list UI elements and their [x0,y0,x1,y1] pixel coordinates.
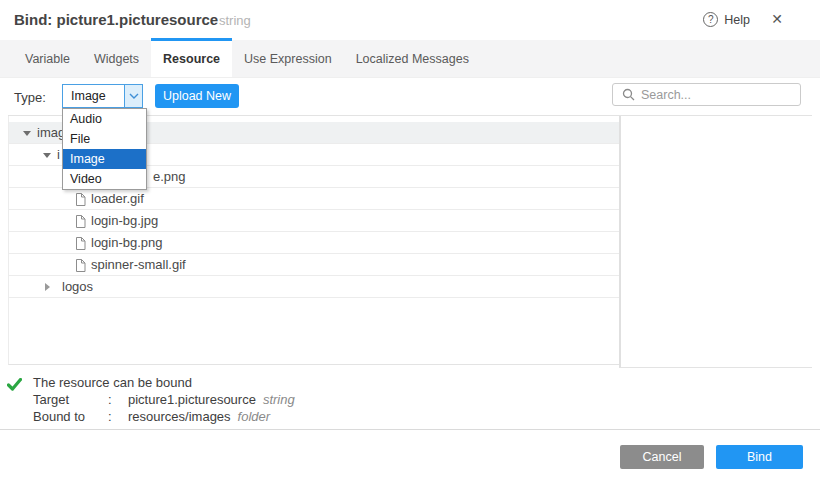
status-message: The resource can be bound [33,375,192,390]
file-icon [75,259,86,272]
tree-item-label: logos [62,276,93,297]
status-row-label: Bound to [33,409,108,424]
status-row-value: picture1.picturesource [128,392,256,407]
search-box[interactable] [612,83,801,106]
tree-item-label: login-bg.jpg [91,210,158,231]
tab-bar: VariableWidgetsResourceUse ExpressionLoc… [0,40,820,78]
tree-row-login-bg-jpg[interactable]: login-bg.jpg [9,210,619,232]
bind-button[interactable]: Bind [716,445,803,469]
caret-down-icon[interactable] [23,131,31,140]
tree-item-label: e.png [153,166,186,187]
upload-new-button[interactable]: Upload New [155,84,239,108]
close-icon[interactable]: ✕ [771,11,783,27]
type-dropdown-menu: AudioFileImageVideo [62,108,147,190]
search-input[interactable] [641,88,802,102]
file-icon [75,237,86,250]
resource-preview-panel [619,116,812,368]
tree-item-label: login-bg.png [91,232,163,253]
dropdown-option-file[interactable]: File [63,129,146,149]
file-icon [75,215,86,228]
help-icon: ? [703,12,718,27]
tree-item-label: i [57,144,60,165]
dialog-title-type: string [219,13,251,28]
tab-variable[interactable]: Variable [13,40,82,77]
status-row-value-type: string [263,392,295,407]
status-row-label: Target [33,392,108,407]
footer-divider [0,429,820,430]
tree-row-logos[interactable]: logos [9,276,619,298]
dropdown-option-audio[interactable]: Audio [63,109,146,129]
status-row-separator: : [108,392,118,407]
search-icon [622,88,635,101]
status-row-target: Target:picture1.picturesourcestring [33,391,295,408]
tab-use-expression[interactable]: Use Expression [232,40,344,77]
tree-row-login-bg-png[interactable]: login-bg.png [9,232,619,254]
tree-row-loader-gif[interactable]: loader.gif [9,188,619,210]
caret-right-icon[interactable] [45,283,54,291]
status-row-value-type: folder [238,409,271,424]
bind-dialog: Bind: picture1.picturesource string ? He… [0,0,820,486]
status-row-separator: : [108,409,118,424]
type-select-value: Image [71,89,106,103]
dropdown-option-video[interactable]: Video [63,169,146,189]
dropdown-option-image[interactable]: Image [63,149,146,169]
file-icon [75,193,86,206]
type-select[interactable]: Image [62,84,143,108]
tab-widgets[interactable]: Widgets [82,40,151,77]
dialog-header: Bind: picture1.picturesource string ? He… [0,0,820,40]
help-label: Help [724,13,750,27]
cancel-button[interactable]: Cancel [620,445,704,469]
dialog-title: Bind: picture1.picturesource [14,11,218,28]
success-check-icon [7,377,22,395]
tree-item-label: loader.gif [91,188,144,209]
chevron-down-icon[interactable] [124,85,142,107]
type-label: Type: [14,90,46,105]
status-details: Target:picture1.picturesourcestringBound… [33,391,295,425]
tab-localized-messages[interactable]: Localized Messages [344,40,481,77]
status-row-value: resources/images [128,409,231,424]
tree-row-spinner-small-gif[interactable]: spinner-small.gif [9,254,619,276]
tab-resource[interactable]: Resource [151,40,232,77]
status-row-bound-to: Bound to:resources/imagesfolder [33,408,295,425]
tree-item-label: spinner-small.gif [91,254,186,275]
help-button[interactable]: ? Help [703,12,750,27]
caret-down-icon[interactable] [43,153,51,162]
